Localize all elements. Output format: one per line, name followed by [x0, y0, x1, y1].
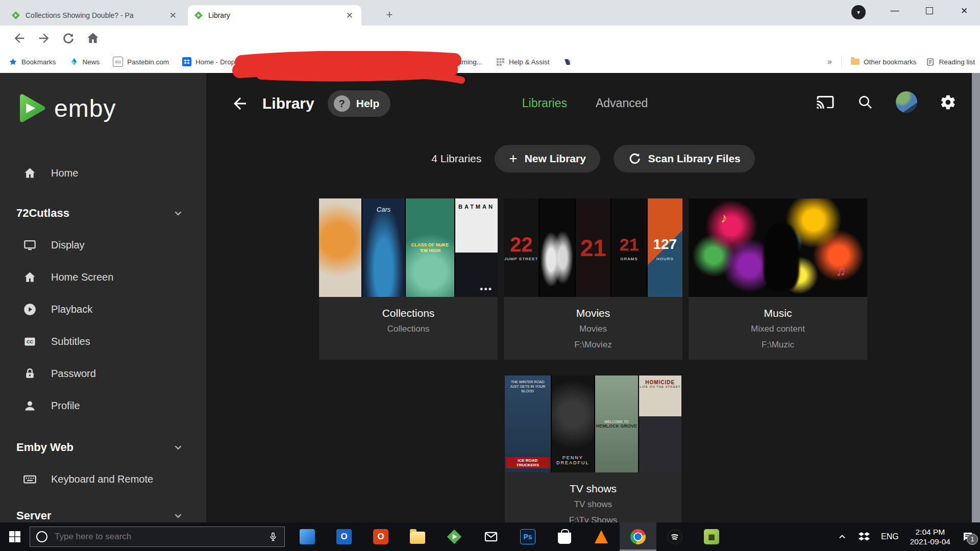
window-minimize-button[interactable]: — [879, 0, 911, 21]
window-maximize-button[interactable] [914, 0, 945, 21]
taskbar-search-box[interactable] [30, 527, 285, 547]
emby-favicon [194, 11, 203, 20]
taskbar-clock[interactable]: 2:04 PM 2021-09-04 [910, 527, 950, 546]
taskbar-app-store[interactable] [546, 522, 583, 551]
divider [841, 56, 842, 67]
chevron-down-icon [173, 510, 184, 521]
taskbar-app-office[interactable]: O [362, 522, 399, 551]
user-avatar[interactable] [896, 91, 917, 113]
dropbox-tray-icon[interactable] [859, 531, 870, 542]
chevron-down-icon [173, 208, 184, 219]
back-icon[interactable] [12, 31, 27, 45]
card-path: F:\Muzic [694, 337, 862, 353]
taskbar-app-vlc[interactable] [583, 522, 620, 551]
forward-icon[interactable] [37, 31, 51, 45]
siriusxm-icon [402, 57, 411, 66]
globe-icon [259, 57, 268, 66]
library-card-music[interactable]: ♪ ♫ Music Mixed content F:\Muzic [689, 198, 867, 360]
sidebar-item-home-screen[interactable]: Home Screen [0, 261, 206, 293]
sidebar-section-72cutlass[interactable]: 72Cutlass [0, 197, 206, 229]
bookmarks-overflow-chevron[interactable]: » [827, 57, 832, 66]
bookmark-dropbox[interactable]: Home - Dropbox [182, 57, 246, 66]
bookmark-forums[interactable]: Forums [259, 57, 296, 66]
sidebar-item-home[interactable]: Home [0, 157, 206, 189]
new-tab-button[interactable]: + [382, 7, 397, 22]
tab-library[interactable]: Library ✕ [188, 5, 361, 26]
scan-library-files-button[interactable]: Scan Library Files [614, 145, 755, 172]
new-library-button[interactable]: + New Library [495, 145, 600, 172]
notification-center-icon[interactable]: 1 [962, 531, 974, 543]
card-type: Movies [509, 321, 677, 337]
back-arrow-icon[interactable] [231, 94, 249, 113]
tv-poster-collage: THE WINTER ROAD JUST GETS IN YOUR BLOOD … [505, 375, 681, 472]
microphone-icon[interactable] [268, 532, 278, 542]
card-path [324, 337, 493, 353]
tab-advanced[interactable]: Advanced [596, 96, 648, 110]
emby-favicon [11, 11, 20, 20]
cast-icon[interactable] [816, 93, 835, 111]
poster-tile: Cars [362, 198, 405, 297]
silhouette-figure [764, 224, 799, 290]
taskbar-app-chrome[interactable] [620, 522, 656, 551]
taskbar-search-input[interactable] [54, 531, 262, 542]
sidebar-item-display[interactable]: Display [0, 229, 206, 261]
taskbar-app-outlook[interactable]: O [326, 522, 362, 551]
clock-time: 2:04 PM [910, 527, 950, 537]
other-bookmarks-folder[interactable]: Other bookmarks [851, 58, 917, 66]
sidebar-item-profile[interactable]: Profile [0, 390, 206, 422]
question-mark-icon: ? [334, 95, 350, 112]
library-card-movies[interactable]: 22 JUMP STREET 21 21 GRAMS [504, 198, 682, 360]
clock-date: 2021-09-04 [910, 537, 950, 546]
card-menu-dots[interactable]: ••• [480, 284, 493, 295]
chevron-down-icon [173, 442, 184, 453]
home-icon[interactable] [86, 31, 100, 45]
bookmark-news[interactable]: News [69, 57, 100, 66]
library-tabs: Libraries Advanced [522, 96, 648, 110]
library-card-collections[interactable]: Cars CLASS OF NUKE 'EM HIGH BATMAN ••• C… [319, 198, 498, 360]
taskbar-app-blue-box[interactable] [289, 522, 326, 551]
sidebar-item-password[interactable]: Password [0, 358, 206, 390]
page-title: Library [262, 95, 314, 112]
sidebar-section-emby-web[interactable]: Emby Web [0, 431, 206, 463]
close-tab-icon[interactable]: ✕ [344, 10, 355, 21]
sidebar-item-subtitles[interactable]: CC Subtitles [0, 325, 206, 358]
window-close-button[interactable]: ✕ [948, 0, 980, 21]
help-button[interactable]: ? Help [328, 90, 391, 117]
taskbar-app-dark-circle[interactable] [656, 522, 693, 551]
taskbar-app-mail[interactable] [473, 522, 509, 551]
language-indicator[interactable]: ENG [881, 532, 899, 541]
windows-taskbar: O O Ps ▦ ENG [0, 522, 980, 551]
taskbar-app-green[interactable]: ▦ [693, 522, 730, 551]
library-card-tv-shows[interactable]: THE WINTER ROAD JUST GETS IN YOUR BLOOD … [505, 375, 681, 522]
poster-tile [319, 198, 361, 297]
search-icon[interactable] [857, 94, 873, 110]
sidebar-item-playback[interactable]: Playback [0, 293, 206, 325]
reading-list-button[interactable]: Reading list [925, 57, 975, 66]
emby-logo: emby [14, 91, 116, 125]
keyboard-icon [22, 472, 37, 487]
play-circle-icon [22, 303, 37, 317]
taskbar-app-photoshop[interactable]: Ps [509, 522, 546, 551]
close-tab-icon[interactable]: ✕ [167, 10, 179, 21]
reload-icon[interactable] [61, 31, 76, 45]
sidebar-section-server[interactable]: Server [0, 499, 206, 522]
poster-tile: WELCOME TO HEMLOCK GROVE [595, 375, 638, 472]
bookmark-bookmarks[interactable]: Bookmarks [8, 57, 56, 66]
bookmark-siriusxm[interactable]: SiriusXM Streaming... [402, 57, 482, 66]
bookmark-unlabeled[interactable] [563, 57, 572, 66]
sidebar-item-keyboard-remote[interactable]: Keyboard and Remote [0, 463, 206, 495]
bookmark-pastebin[interactable]: 001 Pastebin.com [113, 57, 169, 67]
taskbar-app-emby[interactable] [436, 522, 473, 551]
settings-gear-icon[interactable] [940, 94, 957, 111]
start-button[interactable] [0, 522, 30, 551]
card-title: TV shows [510, 481, 676, 496]
system-tray: ENG 2:04 PM 2021-09-04 1 [837, 527, 980, 546]
bookmark-skunked[interactable]: Skunked.ca Great L... [309, 57, 389, 66]
bookmark-help-assist[interactable]: Help & Assist [496, 57, 550, 66]
dark-app-icon [563, 57, 572, 66]
tab-libraries[interactable]: Libraries [522, 96, 567, 110]
taskbar-app-file-explorer[interactable] [399, 522, 436, 551]
hidden-icons-chevron[interactable] [837, 532, 847, 542]
tab-search-icon[interactable]: ▾ [851, 5, 866, 19]
tab-collections-thread[interactable]: Collections Showing Double? - Pa ✕ [5, 5, 185, 26]
